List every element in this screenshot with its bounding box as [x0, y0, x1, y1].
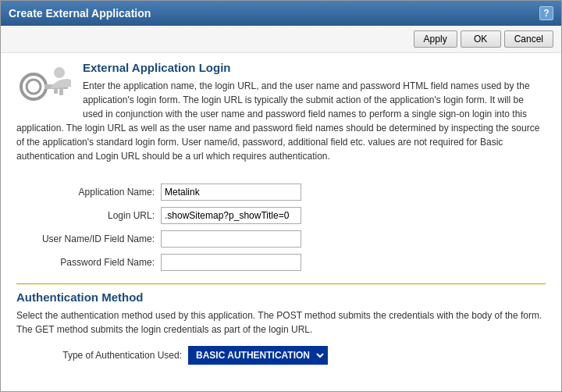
- title-bar: Create External Application ?: [1, 1, 561, 26]
- create-external-app-dialog: Create External Application ? Apply OK C…: [0, 0, 562, 392]
- dialog-title: Create External Application: [9, 7, 151, 20]
- section-divider: [16, 283, 546, 284]
- password-field-label: Password Field Name:: [16, 257, 161, 268]
- app-name-row: Application Name:: [16, 184, 546, 201]
- help-icon[interactable]: ?: [539, 6, 553, 20]
- auth-method-section: Authentication Method Select the authent…: [16, 290, 546, 365]
- login-url-row: Login URL:: [16, 207, 546, 224]
- svg-rect-4: [54, 89, 58, 94]
- external-login-description: Enter the application name, the login UR…: [16, 79, 546, 163]
- username-field-label: User Name/ID Field Name:: [16, 233, 161, 244]
- ok-button[interactable]: OK: [461, 30, 501, 48]
- login-url-label: Login URL:: [16, 210, 161, 221]
- external-login-section: External Application Login Enter the app…: [16, 61, 546, 176]
- auth-method-description: Select the authentication method used by…: [16, 308, 546, 337]
- apply-button[interactable]: Apply: [414, 30, 457, 48]
- login-form: Application Name: Login URL: User Name/I…: [16, 184, 546, 271]
- svg-point-1: [27, 80, 41, 94]
- password-field-input[interactable]: [161, 254, 301, 271]
- auth-type-select[interactable]: BASIC AUTHENTICATION POST GET: [188, 346, 328, 365]
- external-login-title: External Application Login: [16, 61, 546, 74]
- login-url-input[interactable]: [161, 207, 301, 224]
- key-icon-area: [16, 65, 71, 114]
- auth-type-label: Type of Authentication Used:: [16, 350, 188, 361]
- svg-rect-3: [59, 89, 63, 95]
- auth-type-row: Type of Authentication Used: BASIC AUTHE…: [16, 346, 546, 365]
- username-field-input[interactable]: [161, 230, 301, 248]
- app-name-label: Application Name:: [16, 187, 161, 198]
- svg-point-0: [21, 74, 46, 99]
- external-login-content: External Application Login Enter the app…: [16, 61, 546, 163]
- toolbar: Apply OK Cancel: [1, 26, 561, 53]
- auth-method-title: Authentication Method: [16, 290, 546, 304]
- app-name-input[interactable]: [161, 184, 301, 201]
- password-field-row: Password Field Name:: [16, 254, 546, 271]
- key-icon: [16, 65, 71, 112]
- svg-point-5: [54, 67, 65, 78]
- content-area: External Application Login Enter the app…: [1, 53, 561, 391]
- username-field-row: User Name/ID Field Name:: [16, 230, 546, 248]
- cancel-button[interactable]: Cancel: [504, 30, 553, 48]
